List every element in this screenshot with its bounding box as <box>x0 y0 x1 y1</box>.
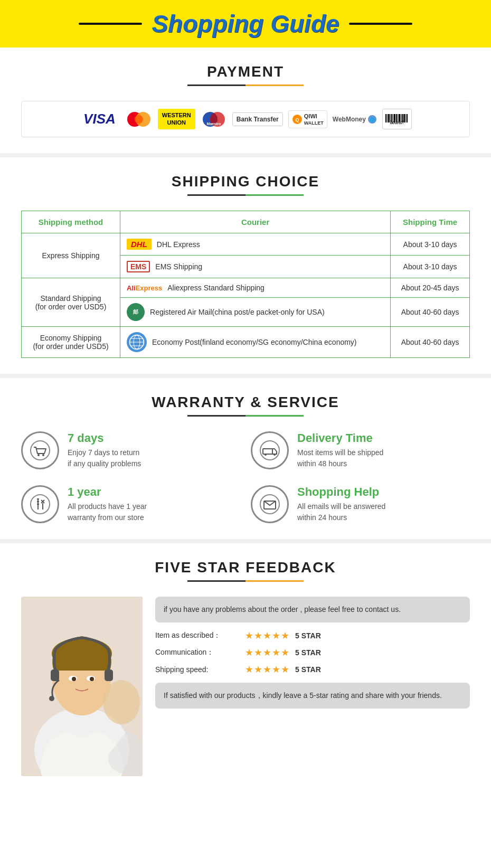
header-title: Shopping Guide <box>152 10 339 38</box>
payment-section: PAYMENT VISA WESTERNUNION Maestro Bank T… <box>0 48 491 157</box>
svg-point-47 <box>260 495 279 514</box>
svg-text:Q: Q <box>295 117 299 122</box>
cpost-time: About 40-60 days <box>391 298 470 327</box>
courier-ali: AliExpress Aliexpress Standard Shipping <box>120 278 391 298</box>
svg-point-60 <box>103 680 140 724</box>
delivery-label: Delivery Time <box>297 431 383 445</box>
th-time: Shipping Time <box>391 211 470 233</box>
warranty-underline <box>187 415 304 417</box>
shipping-section: SHIPPING CHOICE Shipping method Courier … <box>0 157 491 378</box>
ali-time: About 20-45 days <box>391 278 470 298</box>
svg-point-2 <box>135 115 143 124</box>
svg-text:Boleto!: Boleto! <box>390 120 404 125</box>
boleto-icon: Boleto! <box>382 109 412 129</box>
rating-label-communication: Communication： <box>155 648 240 657</box>
ems-name: EMS Shipping <box>155 262 202 271</box>
svg-point-55 <box>72 677 76 681</box>
svg-point-39 <box>31 495 50 514</box>
ali-name: Aliexpress Standard Shipping <box>167 284 265 292</box>
maestro-icon: Maestro <box>201 110 227 128</box>
svg-rect-58 <box>105 669 113 681</box>
warranty-item-help: Shopping Help All emails will be answere… <box>251 485 470 523</box>
feedback-underline <box>187 580 304 582</box>
ems-logo: EMS <box>127 261 150 272</box>
rating-rows: Item as described： ★★★★★ 5 STAR Communic… <box>155 630 470 675</box>
economy-name: Economy Post(finland economy/SG economy/… <box>152 338 357 346</box>
courier-cpost: 邮 Registered Air Mail(china post/e packe… <box>120 298 391 327</box>
western-union-icon: WESTERNUNION <box>158 109 195 129</box>
stars-communication: ★★★★★ <box>245 647 290 658</box>
table-row: Standard Shipping(for order over USD5) A… <box>22 278 470 298</box>
header-line-left <box>79 23 142 25</box>
shipping-title: SHIPPING CHOICE <box>21 173 470 190</box>
payment-icons-row: VISA WESTERNUNION Maestro Bank Transfer … <box>21 101 470 137</box>
aliexpress-logo: AliExpress <box>127 284 162 292</box>
rating-label-described: Item as described： <box>155 631 240 640</box>
stars-described: ★★★★★ <box>245 630 290 641</box>
svg-text:Maestro: Maestro <box>206 122 221 126</box>
cart-icon-circle <box>21 431 59 469</box>
year-text: 1 year All products have 1 yearwarranty … <box>68 485 147 523</box>
dhl-name: DHL Express <box>157 240 200 249</box>
un-logo <box>127 332 147 352</box>
payment-underline <box>187 84 304 86</box>
svg-point-38 <box>273 454 276 456</box>
svg-point-33 <box>37 454 40 456</box>
truck-icon-circle <box>251 431 289 469</box>
header-banner: Shopping Guide <box>0 0 491 48</box>
th-courier: Courier <box>120 211 391 233</box>
table-row: Economy Shipping(for order under USD5) <box>22 327 470 358</box>
mail-icon-circle <box>251 485 289 523</box>
feedback-title: FIVE STAR FEEDBACK <box>21 559 470 576</box>
svg-point-59 <box>49 696 54 701</box>
year-desc: All products have 1 yearwarranty from ou… <box>68 501 147 523</box>
cpost-name: Registered Air Mail(china post/e packet-… <box>150 308 325 316</box>
svg-rect-57 <box>51 669 59 681</box>
return-desc: Enjoy 7 days to returnif any quality pro… <box>68 447 141 469</box>
svg-point-37 <box>265 454 267 456</box>
help-label: Shopping Help <box>297 485 385 499</box>
rating-row-described: Item as described： ★★★★★ 5 STAR <box>155 630 470 641</box>
stars-shipping: ★★★★★ <box>245 664 290 675</box>
webmoney-icon: WebMoney 🌐 <box>333 115 377 124</box>
speech-bubble-bottom: If satisfied with our products，kindly le… <box>155 683 470 709</box>
customer-image <box>21 597 143 776</box>
warranty-section: WARRANTY & SERVICE 7 days Enjoy 7 days t… <box>0 378 491 543</box>
star-value-shipping: 5 STAR <box>295 665 321 674</box>
rating-row-communication: Communication： ★★★★★ 5 STAR <box>155 647 470 658</box>
economy-time: About 40-60 days <box>391 327 470 358</box>
header-line-right <box>349 23 412 25</box>
qiwi-icon: Q QIWIWALLET <box>288 110 327 128</box>
ems-time: About 3-10 days <box>391 256 470 278</box>
shipping-underline <box>187 194 304 196</box>
payment-title: PAYMENT <box>21 63 470 80</box>
table-row: Express Shipping DHL DHL Express About 3… <box>22 233 470 256</box>
courier-economy: Economy Post(finland economy/SG economy/… <box>120 327 391 358</box>
warranty-grid: 7 days Enjoy 7 days to returnif any qual… <box>21 431 470 523</box>
warranty-title: WARRANTY & SERVICE <box>21 394 470 411</box>
star-value-communication: 5 STAR <box>295 648 321 657</box>
feedback-section: FIVE STAR FEEDBACK <box>0 543 491 792</box>
dhl-time: About 3-10 days <box>391 233 470 256</box>
tool-icon-circle <box>21 485 59 523</box>
shipping-table: Shipping method Courier Shipping Time Ex… <box>21 211 470 358</box>
warranty-item-year: 1 year All products have 1 yearwarranty … <box>21 485 240 523</box>
th-method: Shipping method <box>22 211 120 233</box>
method-economy: Economy Shipping(for order under USD5) <box>22 327 120 358</box>
visa-icon: VISA <box>79 109 120 129</box>
star-value-described: 5 STAR <box>295 631 321 640</box>
courier-dhl: DHL DHL Express <box>120 233 391 256</box>
svg-rect-12 <box>388 114 390 122</box>
dhl-logo: DHL <box>127 239 152 250</box>
return-text: 7 days Enjoy 7 days to returnif any qual… <box>68 431 141 469</box>
rating-row-shipping: Shipping speed: ★★★★★ 5 STAR <box>155 664 470 675</box>
china-post-logo: 邮 <box>127 303 145 321</box>
svg-rect-10 <box>385 114 386 122</box>
warranty-item-delivery: Delivery Time Most items will be shipped… <box>251 431 470 469</box>
method-express: Express Shipping <box>22 233 120 278</box>
method-standard: Standard Shipping(for order over USD5) <box>22 278 120 327</box>
help-desc: All emails will be answeredwithin 24 hou… <box>297 501 385 523</box>
svg-point-56 <box>90 677 94 681</box>
rating-label-shipping: Shipping speed: <box>155 665 240 674</box>
delivery-text: Delivery Time Most items will be shipped… <box>297 431 383 469</box>
